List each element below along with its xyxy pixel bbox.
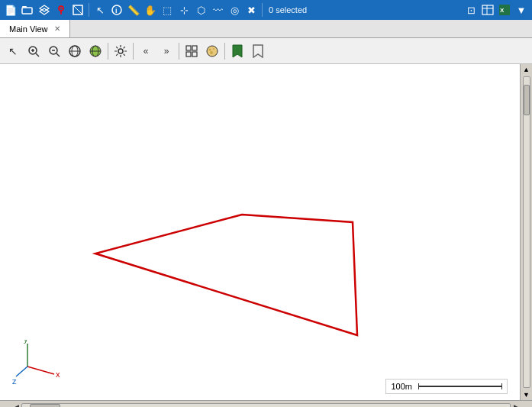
location-red-icon[interactable]: [53, 2, 69, 18]
svg-text:y: y: [24, 340, 28, 344]
open-icon[interactable]: [20, 2, 35, 18]
texture-preview-icon[interactable]: [202, 41, 222, 61]
scale-label: 100m: [391, 382, 412, 391]
tab-close-icon[interactable]: ✕: [54, 24, 60, 33]
view-tab-bar: Main View ✕: [0, 20, 532, 38]
view-tab-label: Main View: [9, 24, 48, 34]
main-view-tab[interactable]: Main View ✕: [0, 20, 70, 37]
cursor-icon[interactable]: ↖: [92, 2, 108, 18]
vertex-icon[interactable]: ⊹: [176, 2, 192, 18]
shape-icon[interactable]: [70, 2, 85, 18]
scroll-up-arrow[interactable]: ▲: [521, 64, 532, 75]
scroll-left-arrow[interactable]: ◀: [11, 402, 21, 408]
svg-rect-30: [186, 46, 191, 50]
zoom-in-icon[interactable]: [24, 41, 44, 61]
v-scroll-track[interactable]: [523, 76, 530, 388]
select-freehand-icon[interactable]: 〰: [210, 2, 225, 18]
bookmark-green-icon[interactable]: [227, 41, 247, 61]
svg-text:x: x: [56, 370, 60, 379]
svg-text:i: i: [115, 7, 118, 15]
svg-rect-32: [186, 52, 191, 57]
identify-icon[interactable]: i: [109, 2, 124, 18]
deselect-icon[interactable]: ✖: [243, 2, 259, 18]
svg-point-29: [118, 49, 123, 53]
select-radius-icon[interactable]: ◎: [227, 2, 242, 18]
scroll-right-arrow[interactable]: ▶: [511, 402, 521, 408]
zoom-extent-icon[interactable]: [85, 41, 105, 61]
icon-toolbar: ↖: [0, 38, 532, 64]
bookmark-gray-icon[interactable]: [248, 41, 268, 61]
svg-point-37: [210, 51, 213, 54]
svg-rect-33: [192, 52, 197, 57]
scroll-down-arrow[interactable]: ▼: [521, 389, 532, 400]
shape-polygon[interactable]: [95, 215, 357, 335]
selected-count: 0 selected: [269, 5, 307, 15]
v-scroll-thumb[interactable]: [524, 85, 530, 115]
svg-rect-31: [192, 46, 197, 50]
scale-bar: 100m: [385, 379, 508, 394]
h-scrollbar[interactable]: ◀ ▶: [0, 400, 532, 407]
zoom-out-icon[interactable]: [44, 41, 64, 61]
table-icon[interactable]: [480, 2, 495, 18]
svg-point-36: [213, 48, 214, 50]
canvas-svg: [0, 64, 520, 400]
globe-full-icon[interactable]: [65, 41, 85, 61]
forward-icon[interactable]: »: [156, 41, 176, 61]
h-scroll-track[interactable]: [21, 403, 511, 408]
new-file-icon[interactable]: 📄: [3, 2, 18, 18]
pointer-tool-icon[interactable]: ↖: [3, 41, 23, 61]
pan-icon[interactable]: ✋: [143, 2, 158, 18]
excel-icon[interactable]: X: [497, 2, 512, 18]
select-poly-icon[interactable]: ⬡: [193, 2, 208, 18]
layers-icon[interactable]: [37, 2, 52, 18]
svg-line-8: [73, 5, 82, 15]
dropdown-arrow-icon[interactable]: ▼: [514, 2, 529, 18]
svg-point-34: [207, 46, 218, 57]
top-toolbar: 📄 ↖: [0, 0, 532, 20]
grid-view-icon[interactable]: [182, 41, 202, 61]
svg-rect-1: [22, 8, 32, 14]
svg-line-38: [27, 367, 54, 374]
svg-point-35: [209, 48, 211, 50]
back-icon[interactable]: «: [136, 41, 156, 61]
h-scroll-thumb[interactable]: [30, 404, 60, 408]
svg-line-21: [56, 53, 60, 57]
svg-line-42: [16, 367, 27, 376]
svg-text:X: X: [500, 7, 505, 14]
svg-text:z: z: [12, 376, 17, 386]
svg-line-17: [36, 53, 39, 57]
svg-rect-11: [482, 5, 493, 15]
axis-indicator: x y z: [12, 340, 66, 388]
svg-point-6: [60, 8, 62, 9]
window-icon[interactable]: ⊡: [463, 2, 479, 18]
select-rect-icon[interactable]: ⬚: [160, 2, 175, 18]
settings-icon[interactable]: [111, 41, 131, 61]
v-scrollbar[interactable]: ▲ ▼: [520, 64, 532, 400]
main-canvas[interactable]: x y z 100m: [0, 64, 520, 400]
measure-icon[interactable]: 📏: [126, 2, 141, 18]
